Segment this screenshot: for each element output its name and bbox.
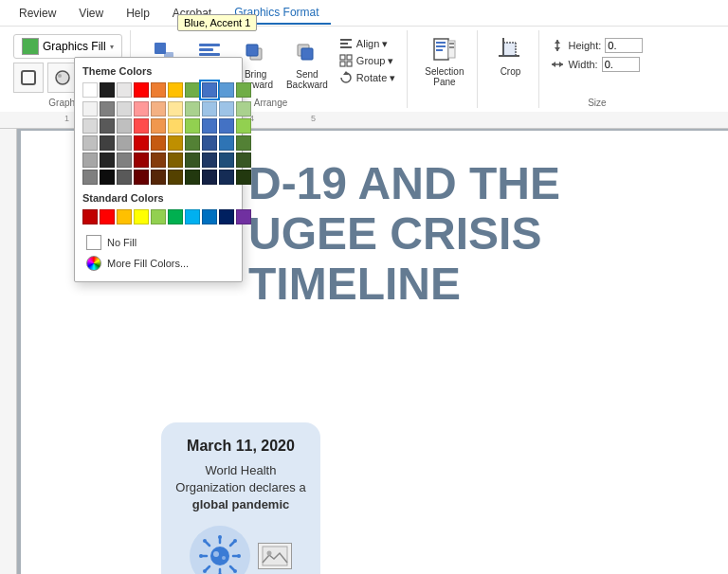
shade-3-3[interactable] xyxy=(134,152,149,168)
shade-0-8[interactable] xyxy=(219,101,234,117)
std-color-2[interactable] xyxy=(117,209,132,224)
send-backward-button[interactable]: SendBackward xyxy=(281,34,334,93)
width-input[interactable] xyxy=(602,57,640,72)
svg-point-61 xyxy=(267,550,272,555)
shade-4-0[interactable] xyxy=(82,170,98,185)
shade-1-9[interactable] xyxy=(236,118,251,134)
selection-pane-label: SelectionPane xyxy=(425,66,464,87)
std-color-3[interactable] xyxy=(134,209,149,224)
shade-4-1[interactable] xyxy=(100,170,115,185)
shade-1-3[interactable] xyxy=(134,118,149,134)
rotate-button[interactable]: Rotate ▾ xyxy=(336,70,399,85)
shade-3-5[interactable] xyxy=(168,152,183,168)
shade-4-4[interactable] xyxy=(151,170,166,185)
group-button[interactable]: Group ▾ xyxy=(336,53,399,68)
shade-0-9[interactable] xyxy=(236,101,251,117)
width-label: Width: xyxy=(568,59,597,70)
shade-0-6[interactable] xyxy=(185,101,200,117)
shade-2-2[interactable] xyxy=(117,135,132,151)
tab-view[interactable]: View xyxy=(67,3,115,24)
tab-review[interactable]: Review xyxy=(8,3,67,24)
shade-2-4[interactable] xyxy=(151,135,166,151)
shade-2-3[interactable] xyxy=(134,135,149,151)
shade-3-2[interactable] xyxy=(117,152,132,168)
tab-graphics-format[interactable]: Graphics Format xyxy=(223,2,330,25)
std-color-1[interactable] xyxy=(100,209,115,224)
svg-point-58 xyxy=(213,551,219,557)
shade-4-7[interactable] xyxy=(202,170,217,185)
ribbon-group-selection: SelectionPane xyxy=(411,30,478,108)
std-color-9[interactable] xyxy=(236,209,251,224)
theme-color-white[interactable] xyxy=(82,82,98,98)
tab-acrobat[interactable]: Acrobat xyxy=(161,3,223,24)
shade-0-2[interactable] xyxy=(117,101,132,117)
svg-rect-5 xyxy=(155,43,166,54)
shade-3-6[interactable] xyxy=(185,152,200,168)
selection-pane-button[interactable]: SelectionPane xyxy=(419,30,469,90)
shade-1-0[interactable] xyxy=(82,118,98,134)
theme-color-black[interactable] xyxy=(100,82,115,98)
shade-1-6[interactable] xyxy=(185,118,200,134)
no-fill-option[interactable]: No Fill xyxy=(82,232,234,253)
theme-color-green2[interactable] xyxy=(236,82,251,98)
shade-4-9[interactable] xyxy=(236,170,251,185)
shade-3-7[interactable] xyxy=(202,152,217,168)
shade-3-9[interactable] xyxy=(236,152,251,168)
shade-4-5[interactable] xyxy=(168,170,183,185)
theme-color-lightgray[interactable] xyxy=(117,82,132,98)
selection-pane-icon xyxy=(429,34,460,64)
shade-2-1[interactable] xyxy=(100,135,115,151)
shade-0-3[interactable] xyxy=(134,101,149,117)
shade-2-9[interactable] xyxy=(236,135,251,151)
more-fill-label: More Fill Colors... xyxy=(107,258,189,269)
theme-color-green[interactable] xyxy=(185,82,200,98)
shade-4-8[interactable] xyxy=(219,170,234,185)
shade-4-6[interactable] xyxy=(185,170,200,185)
shade-0-0[interactable] xyxy=(82,101,98,117)
shade-2-6[interactable] xyxy=(185,135,200,151)
std-color-7[interactable] xyxy=(202,209,217,224)
std-color-6[interactable] xyxy=(185,209,200,224)
theme-color-orange[interactable] xyxy=(151,82,166,98)
shade-1-8[interactable] xyxy=(219,118,234,134)
shade-2-0[interactable] xyxy=(82,135,98,151)
shade-3-8[interactable] xyxy=(219,152,234,168)
ruler-left xyxy=(0,129,17,574)
shade-3-4[interactable] xyxy=(151,152,166,168)
shade-4-3[interactable] xyxy=(134,170,149,185)
color-picker-dropdown: Theme Colors Blue, Accent 1 xyxy=(74,57,243,282)
align-button[interactable]: Align ▾ xyxy=(336,36,399,51)
std-color-0[interactable] xyxy=(82,209,98,224)
std-color-5[interactable] xyxy=(168,209,183,224)
svg-rect-9 xyxy=(199,53,220,56)
theme-color-blue[interactable] xyxy=(219,82,234,98)
shade-2-8[interactable] xyxy=(219,135,234,151)
theme-color-red[interactable] xyxy=(134,82,149,98)
tab-help[interactable]: Help xyxy=(115,3,161,24)
shade-1-1[interactable] xyxy=(100,118,115,134)
shade-3-0[interactable] xyxy=(82,152,98,168)
std-color-8[interactable] xyxy=(219,209,234,224)
shade-4-2[interactable] xyxy=(117,170,132,185)
more-fill-colors-option[interactable]: More Fill Colors... xyxy=(82,253,234,274)
svg-rect-20 xyxy=(340,62,345,66)
graphics-fill-button[interactable]: Graphics Fill ▾ xyxy=(13,34,122,59)
crop-button[interactable]: Crop xyxy=(489,30,531,80)
theme-color-blue-accent1[interactable] xyxy=(202,82,217,98)
shade-1-7[interactable] xyxy=(202,118,217,134)
std-color-4[interactable] xyxy=(151,209,166,224)
graphics-outline-button[interactable] xyxy=(13,63,44,93)
shade-0-5[interactable] xyxy=(168,101,183,117)
shade-2-5[interactable] xyxy=(168,135,183,151)
shade-0-4[interactable] xyxy=(151,101,166,117)
shade-3-1[interactable] xyxy=(100,152,115,168)
height-input[interactable] xyxy=(605,38,643,53)
shade-2-7[interactable] xyxy=(202,135,217,151)
shade-1-2[interactable] xyxy=(117,118,132,134)
no-fill-box xyxy=(86,235,101,250)
shade-0-7[interactable] xyxy=(202,101,217,117)
theme-color-gold[interactable] xyxy=(168,82,183,98)
shade-0-1[interactable] xyxy=(100,101,115,117)
shade-1-4[interactable] xyxy=(151,118,166,134)
shade-1-5[interactable] xyxy=(168,118,183,134)
